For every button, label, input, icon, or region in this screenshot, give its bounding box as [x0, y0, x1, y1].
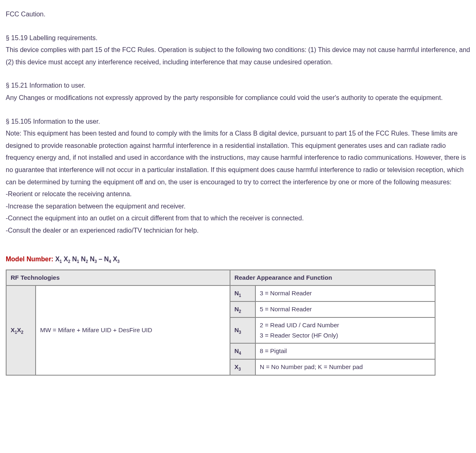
bullet-1: -Reorient or relocate the receiving ante… — [6, 188, 470, 200]
table-key-x1x2: X1X2 — [6, 285, 36, 375]
table-val-n1: 3 = Normal Reader — [255, 285, 435, 301]
bullet-3: -Connect the equipment into an outlet on… — [6, 212, 470, 224]
section-1519-heading: § 15.19 Labelling requirements. — [6, 32, 470, 44]
table-val-n3: 2 = Read UID / Card Number3 = Reader Sec… — [255, 317, 435, 343]
section-1521-body: Any Changes or modifications not express… — [6, 92, 470, 104]
table-header-reader: Reader Appearance and Function — [230, 270, 435, 285]
fcc-caution-heading: FCC Caution. — [6, 8, 470, 20]
table-key-x3: X3 — [230, 359, 255, 375]
section-1519-body: This device complies with part 15 of the… — [6, 44, 470, 68]
model-number-pattern: X1 X2 N1 N2 N3 – N4 X3 — [55, 256, 120, 263]
bullet-4: -Consult the dealer or an experienced ra… — [6, 224, 470, 237]
table-key-n3: N3 — [230, 317, 255, 343]
model-number-label: Model Number: — [6, 256, 55, 263]
model-number-line: Model Number: X1 X2 N1 N2 N3 – N4 X3 — [6, 253, 470, 266]
bullet-2: -Increase the separation between the equ… — [6, 200, 470, 213]
model-decode-table: RF Technologies Reader Appearance and Fu… — [6, 270, 435, 376]
section-1521-heading: § 15.21 Information to user. — [6, 79, 470, 92]
section-15105-heading: § 15.105 Information to the user. — [6, 116, 470, 128]
table-val-x3: N = No Number pad; K = Number pad — [255, 359, 435, 375]
table-val-n4: 8 = Pigtail — [255, 343, 435, 359]
table-key-n4: N4 — [230, 343, 255, 359]
section-15105-body: Note: This equipment has been tested and… — [6, 127, 470, 188]
table-header-rf: RF Technologies — [6, 270, 230, 285]
table-key-n1: N1 — [230, 285, 255, 301]
table-val-mw: MW = Mifare + Mifare UID + DesFire UID — [36, 285, 230, 375]
table-key-n2: N2 — [230, 301, 255, 317]
table-val-n2: 5 = Normal Reader — [255, 301, 435, 317]
